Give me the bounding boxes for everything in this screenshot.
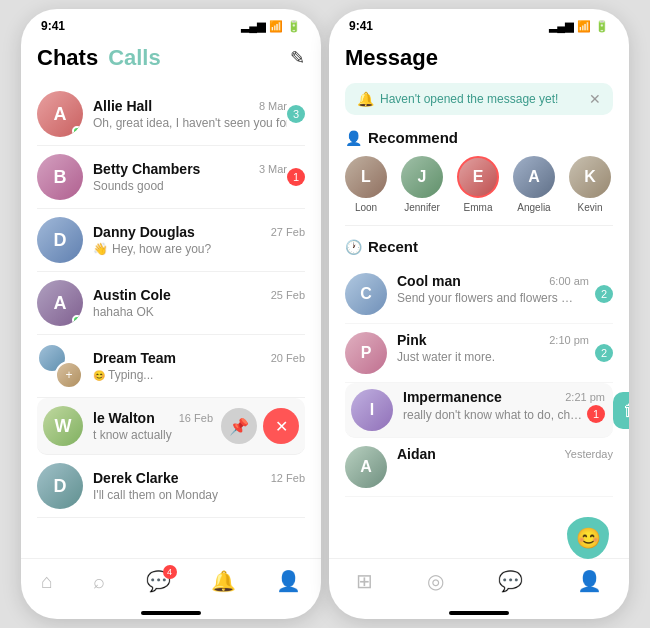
signal-icon: ▂▄▆ xyxy=(549,20,573,33)
right-status-bar: 9:41 ▂▄▆ 📶 🔋 xyxy=(329,9,629,37)
nav-grid-icon[interactable]: ⊞ xyxy=(356,569,373,593)
recommend-icon: 👤 xyxy=(345,130,362,146)
chat-info-allie: Allie Hall 8 Mar Oh, great idea, I haven… xyxy=(93,98,287,130)
avatar-betty: B xyxy=(37,154,83,200)
avatar-pink: P xyxy=(345,332,387,374)
recent-name: Aidan xyxy=(397,446,436,462)
rec-item-jennifer[interactable]: J Jennifer xyxy=(401,156,443,213)
chat-item-allie[interactable]: A Allie Hall 8 Mar Oh, great idea, I hav… xyxy=(37,83,305,146)
nav-circle-icon[interactable]: ◎ xyxy=(427,569,444,593)
nav-profile-icon[interactable]: 👤 xyxy=(276,569,301,593)
chat-item-dreamteam[interactable]: + Dream Team 20 Feb 😊 Typing... xyxy=(37,335,305,398)
header-tabs: Chats Calls xyxy=(37,45,161,71)
chat-item-danny[interactable]: D Danny Douglas 27 Feb 👋 Hey, how are yo… xyxy=(37,209,305,272)
left-status-icons: ▂▄▆ 📶 🔋 xyxy=(241,20,301,33)
nav-home-icon[interactable]: ⌂ xyxy=(41,570,53,593)
bell-icon: 🔔 xyxy=(357,91,374,107)
compose-icon[interactable]: ✎ xyxy=(290,47,305,69)
avatar-walton: W xyxy=(43,406,83,446)
chat-info-walton: le Walton 16 Feb t know actually xyxy=(93,410,213,442)
nav-notification-icon[interactable]: 🔔 xyxy=(211,569,236,593)
nav-chat-icon[interactable]: 💬 4 xyxy=(146,569,171,593)
rec-item-loon[interactable]: L Loon xyxy=(345,156,387,213)
rec-item-angelia[interactable]: A Angelia xyxy=(513,156,555,213)
rec-item-emma[interactable]: E Emma xyxy=(457,156,499,213)
chat-item-derek[interactable]: D Derek Clarke 12 Feb I'll call them on … xyxy=(37,455,305,518)
nav-search-icon[interactable]: ⌕ xyxy=(93,570,105,593)
chat-name: Allie Hall xyxy=(93,98,152,114)
home-indicator xyxy=(449,611,509,615)
battery-icon: 🔋 xyxy=(595,20,609,33)
recent-name: Impermanence xyxy=(403,389,502,405)
chat-name: Dream Team xyxy=(93,350,176,366)
chat-info-betty: Betty Chambers 3 Mar Sounds good xyxy=(93,161,287,193)
recent-time: 6:00 am xyxy=(549,275,589,287)
chat-item-walton[interactable]: W le Walton 16 Feb t know actually 📌 ✕ xyxy=(37,398,305,455)
recent-preview: Send your flowers and flowers recently? xyxy=(397,291,577,305)
group-avatar-2: + xyxy=(55,361,83,389)
bottom-nav: ⌂ ⌕ 💬 4 🔔 👤 xyxy=(21,558,321,611)
delete-button[interactable]: ✕ xyxy=(263,408,299,444)
tab-calls[interactable]: Calls xyxy=(108,45,161,71)
recent-time: Yesterday xyxy=(564,448,613,460)
recent-info-aidan: Aidan Yesterday xyxy=(397,446,613,462)
chat-preview-text: Sounds good xyxy=(93,179,164,193)
notification-banner[interactable]: 🔔 Haven't opened the message yet! ✕ xyxy=(345,83,613,115)
wifi-icon: 📶 xyxy=(577,20,591,33)
avatar-danny: D xyxy=(37,217,83,263)
rec-item-kevin[interactable]: K Kevin xyxy=(569,156,611,213)
wifi-icon: 📶 xyxy=(269,20,283,33)
delete-swipe-button[interactable]: 🗑 xyxy=(613,392,629,429)
chat-name: Betty Chambers xyxy=(93,161,200,177)
recent-info-pink: Pink 2:10 pm Just water it more. xyxy=(397,332,589,364)
signal-icon: ▂▄▆ xyxy=(241,20,265,33)
chat-name: le Walton xyxy=(93,410,155,426)
nav-chat-badge: 4 xyxy=(163,565,177,579)
recent-preview: Just water it more. xyxy=(397,350,577,364)
tab-chats[interactable]: Chats xyxy=(37,45,98,71)
right-header: Message xyxy=(329,37,629,83)
rec-name: Emma xyxy=(464,202,493,213)
recent-item-impermanence[interactable]: I Impermanence 2:21 pm really don't know… xyxy=(345,383,613,438)
recent-item-pink[interactable]: P Pink 2:10 pm Just water it more. 2 xyxy=(345,324,613,383)
right-time: 9:41 xyxy=(349,19,373,33)
nav-chat-icon[interactable]: 💬 xyxy=(498,569,523,593)
rec-name: Loon xyxy=(355,202,377,213)
clock-icon: 🕐 xyxy=(345,239,362,255)
banner-left: 🔔 Haven't opened the message yet! xyxy=(357,91,558,107)
unread-badge: 2 xyxy=(595,285,613,303)
recent-time: 2:21 pm xyxy=(565,391,605,403)
chat-name: Derek Clarke xyxy=(93,470,179,486)
chat-item-betty[interactable]: B Betty Chambers 3 Mar Sounds good 1 xyxy=(37,146,305,209)
chat-date: 8 Mar xyxy=(259,100,287,112)
group-avatars: + xyxy=(37,343,83,389)
chat-info-dreamteam: Dream Team 20 Feb 😊 Typing... xyxy=(93,350,305,382)
nav-profile-icon[interactable]: 👤 xyxy=(577,569,602,593)
chat-name: Danny Douglas xyxy=(93,224,195,240)
chat-name: Austin Cole xyxy=(93,287,171,303)
recent-item-coolman[interactable]: C Cool man 6:00 am Send your flowers and… xyxy=(345,265,613,324)
pin-button[interactable]: 📌 xyxy=(221,408,257,444)
chat-date: 20 Feb xyxy=(271,352,305,364)
avatar-kevin: K xyxy=(569,156,611,198)
recent-info-impermanence: Impermanence 2:21 pm really don't know w… xyxy=(403,389,605,423)
left-phone: 9:41 ▂▄▆ 📶 🔋 Chats Calls ✎ A xyxy=(21,9,321,619)
avatar-coolman: C xyxy=(345,273,387,315)
home-indicator xyxy=(141,611,201,615)
chat-info-austin: Austin Cole 25 Feb hahaha OK xyxy=(93,287,305,319)
recent-time: 2:10 pm xyxy=(549,334,589,346)
rec-name: Angelia xyxy=(517,202,550,213)
banner-close-icon[interactable]: ✕ xyxy=(589,91,601,107)
avatar-derek: D xyxy=(37,463,83,509)
right-bottom-nav: ⊞ ◎ 💬 👤 xyxy=(329,558,629,611)
left-time: 9:41 xyxy=(41,19,65,33)
chat-item-austin[interactable]: A Austin Cole 25 Feb hahaha OK xyxy=(37,272,305,335)
unread-badge: 3 xyxy=(287,105,305,123)
chat-date: 16 Feb xyxy=(179,412,213,424)
chat-preview-text: Oh, great idea, I haven't seen you for y… xyxy=(93,116,287,130)
avatar-angelia: A xyxy=(513,156,555,198)
wave-emoji: 👋 xyxy=(93,242,108,256)
right-content: 🔔 Haven't opened the message yet! ✕ 👤 Re… xyxy=(329,83,629,558)
recent-item-aidan[interactable]: A Aidan Yesterday xyxy=(345,438,613,497)
recent-list: C Cool man 6:00 am Send your flowers and… xyxy=(345,265,613,497)
